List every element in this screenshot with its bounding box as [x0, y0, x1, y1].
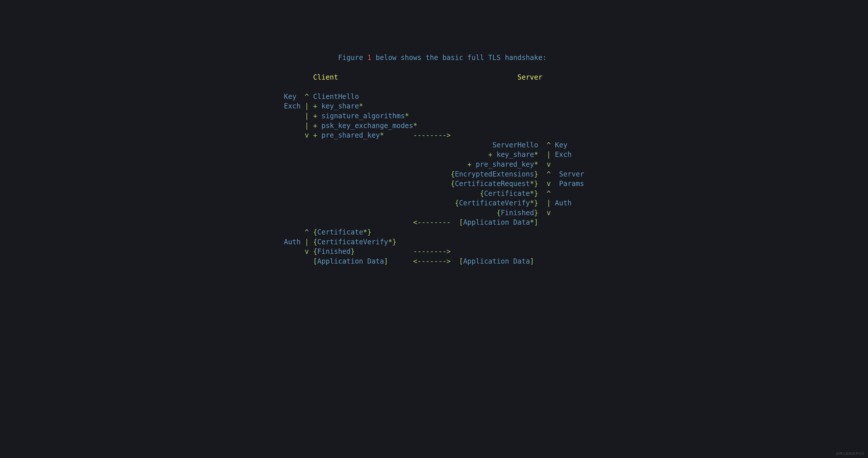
rbrace-icon: }	[534, 180, 538, 188]
exch-label: Exch	[284, 102, 301, 110]
star-icon: *	[534, 151, 538, 159]
lbrace-icon: {	[497, 209, 501, 217]
caret-icon: ^	[305, 228, 309, 236]
caret-icon: ^	[547, 141, 551, 149]
lbrace-icon: {	[451, 180, 455, 188]
star-icon: *	[363, 228, 367, 236]
pipe-icon: |	[305, 112, 309, 120]
row-certreq: {CertificateRequest*} v Params	[284, 180, 584, 188]
row-keyshare: Exch | + key_share*	[284, 102, 363, 110]
star-icon: *	[380, 131, 384, 139]
rbrace-icon: }	[393, 238, 397, 246]
star-icon: *	[534, 160, 538, 168]
encext-msg: EncryptedExtensions	[455, 170, 534, 178]
star-icon: *	[530, 180, 534, 188]
caret-icon: ^	[547, 170, 551, 178]
clienthello-msg: ClientHello	[313, 93, 359, 101]
lbrack-icon: [	[313, 257, 317, 265]
finished-msg: Finished	[317, 248, 351, 256]
vdown-icon: v	[547, 160, 551, 168]
certverify-msg: CertificateVerify	[317, 238, 388, 246]
exch-right-label: Exch	[555, 151, 571, 159]
plus-icon: +	[313, 112, 317, 120]
plus-icon: +	[313, 102, 317, 110]
lbrack-icon: [	[459, 257, 463, 265]
row-finished: {Finished} v	[284, 209, 551, 217]
lbrace-icon: {	[313, 228, 317, 236]
auth-left-label: Auth	[284, 238, 301, 246]
title-suffix: below shows the basic full TLS handshake…	[371, 54, 547, 62]
lbrace-icon: {	[313, 248, 317, 256]
star-icon: *	[530, 218, 534, 226]
keyshare-msg: key_share	[497, 151, 534, 159]
server-right-label: Server	[559, 170, 584, 178]
appdata-msg: Application Data	[463, 218, 530, 226]
lbrace-icon: {	[455, 199, 459, 207]
lbrack-icon: [	[459, 218, 463, 226]
pipe-icon: |	[305, 122, 309, 130]
caret-icon: ^	[305, 93, 309, 101]
lbrace-icon: {	[451, 170, 455, 178]
certreq-msg: CertificateRequest	[455, 180, 530, 188]
plus-icon: +	[313, 122, 317, 130]
row-presharedkey: v + pre_shared_key* -------->	[284, 131, 451, 139]
star-icon: *	[530, 199, 534, 207]
cert-msg: Certificate	[484, 190, 530, 198]
row-server-keyshare: + key_share* | Exch	[284, 151, 571, 159]
row-serverhello: ServerHello ^ Key	[284, 141, 568, 149]
rbrace-icon: }	[534, 199, 538, 207]
row-clienthello: Key ^ ClientHello	[284, 93, 359, 101]
star-icon: *	[413, 122, 417, 130]
rbrace-icon: }	[351, 248, 354, 256]
appdata-msg: Application Data	[317, 257, 384, 265]
lbrace-icon: {	[480, 190, 484, 198]
arrow-leftright-icon: <------->	[413, 257, 451, 265]
row-client-cert: ^ {Certificate*}	[284, 228, 371, 236]
cert-msg: Certificate	[317, 228, 363, 236]
row-cert: {Certificate*} ^	[284, 190, 551, 198]
vdown-icon: v	[547, 180, 551, 188]
plus-icon: +	[313, 131, 317, 139]
row-certverify: {CertificateVerify*} | Auth	[284, 199, 571, 207]
client-header: Client	[313, 73, 338, 81]
pipe-icon: |	[547, 151, 551, 159]
keyshare-msg: key_share	[321, 102, 359, 110]
rbrack-icon: ]	[384, 257, 388, 265]
vdown-icon: v	[305, 131, 309, 139]
rbrack-icon: ]	[530, 257, 534, 265]
appdata-msg: Application Data	[463, 257, 530, 265]
vdown-icon: v	[305, 248, 309, 256]
rbrace-icon: }	[534, 190, 538, 198]
arrow-right-icon: -------->	[413, 248, 451, 256]
lbrace-icon: {	[313, 238, 317, 246]
pipe-icon: |	[305, 238, 309, 246]
key-right-label: Key	[555, 141, 567, 149]
row-encext: {EncryptedExtensions} ^ Server	[284, 170, 584, 178]
row-pskmodes: | + psk_key_exchange_modes*	[284, 122, 417, 130]
auth-right-label: Auth	[555, 199, 571, 207]
star-icon: *	[405, 112, 409, 120]
certverify-msg: CertificateVerify	[459, 199, 530, 207]
row-server-psk: + pre_shared_key* v	[284, 160, 551, 168]
row-appdata-server: <-------- [Application Data*]	[284, 218, 538, 226]
plus-icon: +	[467, 160, 471, 168]
serverhello-msg: ServerHello	[492, 141, 538, 149]
row-sigalg: | + signature_algorithms*	[284, 112, 409, 120]
psk-msg: pre_shared_key	[321, 131, 380, 139]
star-icon: *	[359, 102, 363, 110]
star-icon: *	[388, 238, 392, 246]
row-appdata-both: [Application Data] <-------> [Applicatio…	[284, 257, 534, 265]
arrow-right-icon: -------->	[413, 131, 451, 139]
pskmodes-msg: psk_key_exchange_modes	[321, 122, 413, 130]
pipe-icon: |	[305, 102, 309, 110]
diagram-container: Figure 1 below shows the basic full TLS …	[284, 53, 584, 266]
rbrack-icon: ]	[534, 218, 538, 226]
title-prefix: Figure	[338, 54, 367, 62]
arrow-left-icon: <--------	[413, 218, 451, 226]
title-line: Figure 1 below shows the basic full TLS …	[284, 54, 547, 62]
star-icon: *	[530, 190, 534, 198]
plus-icon: +	[488, 151, 492, 159]
caret-icon: ^	[547, 190, 551, 198]
pipe-icon: |	[547, 199, 551, 207]
finished-msg: Finished	[501, 209, 534, 217]
